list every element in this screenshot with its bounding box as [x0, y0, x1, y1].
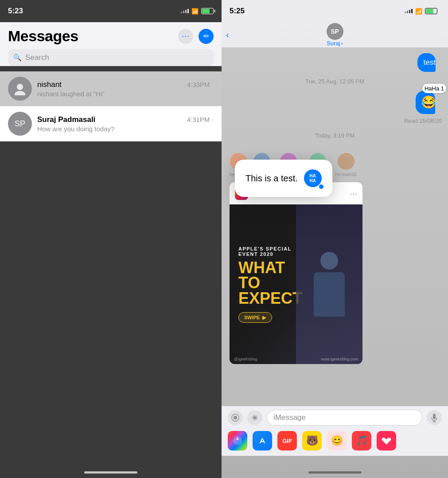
right-nav-bar: ‹ SP Suraj ›	[222, 22, 448, 48]
right-battery-fill	[426, 9, 433, 13]
left-status-bar: 5:23 📶	[0, 0, 222, 22]
conversation-item-suraj[interactable]: SP Suraj Padmasali 4:31PM › How are you …	[0, 106, 222, 141]
ig-event-label: Apple's Special Event 2020	[238, 246, 294, 257]
bubble-emoji: 😂	[416, 91, 435, 114]
haha-badge: HA HA	[304, 169, 322, 187]
conv-name-row-nishant: nishant 4:33PM ›	[37, 80, 214, 89]
ig-watermark: @igeeksblog	[234, 357, 257, 361]
ig-person-area	[296, 204, 362, 364]
conv-preview-suraj: How are you doing today?	[37, 125, 214, 133]
imessage-popup: This is a test. HA HA	[235, 160, 332, 197]
right-battery-icon	[425, 8, 437, 14]
back-chevron-icon: ‹	[226, 30, 229, 40]
conv-time-suraj: 4:31PM ›	[187, 116, 214, 123]
search-icon: 🔍	[13, 54, 22, 62]
svg-rect-4	[433, 414, 436, 419]
ig-post-card: iG igeeksblog ··· Apple's Special Event …	[230, 182, 362, 364]
timestamp-aug25: Tue, 25 Aug, 12:05 PM	[228, 78, 442, 85]
back-button[interactable]: ‹	[226, 30, 229, 40]
gif-app-icon[interactable]: GIF	[277, 431, 297, 451]
ig-post-image: Apple's Special Event 2020 WHAT TO EXPEC…	[230, 204, 362, 364]
more-options-button[interactable]: ···	[178, 29, 193, 44]
left-time: 5:23	[8, 7, 23, 16]
conv-name-suraj: Suraj Padmasali	[37, 115, 95, 124]
chevron-icon-nishant: ›	[211, 81, 214, 88]
conv-name-nishant: nishant	[37, 80, 62, 89]
svg-point-0	[17, 84, 23, 90]
right-nav: 5:25 📶 ‹ SP	[222, 0, 448, 48]
avatar-suraj: SP	[8, 112, 32, 136]
wifi-icon: 📶	[191, 8, 199, 15]
conversation-item-nishant[interactable]: nishant 4:33PM › nishant laughed at "Hi"	[0, 71, 222, 106]
battery-icon	[201, 8, 214, 14]
share-avatar-5: mr.man92	[335, 153, 357, 177]
photos-app-icon[interactable]	[228, 431, 247, 451]
imessage-placeholder: iMessage	[273, 413, 306, 422]
compose-button[interactable]: ✏	[199, 29, 214, 44]
ig-more-icon: ···	[350, 188, 357, 199]
chevron-icon-suraj: ›	[211, 116, 214, 123]
messages-title: Messages	[8, 27, 78, 45]
appstore-button[interactable]	[247, 410, 262, 425]
right-signal-icon	[405, 9, 413, 13]
music-app-icon[interactable]: 🎵	[352, 431, 371, 451]
input-area: iMessage	[222, 406, 448, 456]
nav-avatar: SP	[327, 23, 343, 40]
audio-button[interactable]	[427, 410, 442, 425]
right-status-icons: 📶	[405, 8, 440, 15]
search-bar[interactable]: 🔍 Search	[8, 49, 214, 66]
right-status-bar: 5:25 📶	[222, 0, 448, 22]
nav-contact[interactable]: SP Suraj ›	[327, 23, 343, 47]
conv-info-nishant: nishant 4:33PM › nishant laughed at "Hi"	[37, 80, 214, 98]
right-panel: 5:25 📶 ‹ SP	[222, 0, 448, 478]
left-home-indicator	[84, 471, 137, 474]
conv-time-nishant: 4:33PM ›	[187, 81, 214, 88]
bubble-test: test	[417, 53, 436, 72]
left-panel: 5:23 📶 Messages ··· ✏	[0, 0, 222, 478]
timestamp-today: Today, 3:19 PM	[228, 132, 442, 139]
svg-point-3	[234, 416, 237, 419]
messages-title-row: Messages ··· ✏	[8, 27, 214, 49]
header-icons: ··· ✏	[178, 29, 214, 44]
compose-icon: ✏	[203, 32, 209, 40]
memoji-app-icon[interactable]: 😊	[327, 431, 347, 451]
right-home-indicator	[308, 471, 362, 474]
conv-name-row-suraj: Suraj Padmasali 4:31PM ›	[37, 115, 214, 124]
conv-info-suraj: Suraj Padmasali 4:31PM › How are you doi…	[37, 115, 214, 133]
haha-wrapper: HA HA	[304, 169, 322, 187]
ig-url: www.igeeksblog.com	[321, 357, 358, 361]
popup-message-text: This is a test.	[245, 173, 298, 184]
ig-headline: WHAT TO EXPECT	[238, 260, 294, 306]
imessage-input[interactable]: iMessage	[267, 410, 422, 426]
haha-dot	[319, 184, 323, 189]
left-status-icons: 📶	[181, 8, 214, 15]
sent-msg-emoji[interactable]: 😂 HaHa 1	[416, 91, 442, 114]
signal-icon	[181, 9, 189, 13]
sent-msg-test[interactable]: test	[417, 53, 442, 72]
search-placeholder: Search	[25, 53, 49, 62]
input-row: iMessage	[228, 410, 442, 426]
ig-swipe-btn[interactable]: SWIPE ▶	[238, 312, 272, 323]
right-wifi-icon: 📶	[415, 8, 422, 15]
appstore-app-icon[interactable]	[253, 431, 272, 451]
heart-app-icon[interactable]	[377, 431, 396, 451]
app-icons-row: GIF 🐻 😊 🎵	[228, 429, 442, 452]
read-status: Read 25/08/20	[228, 118, 442, 124]
messages-header: Messages ··· ✏ 🔍 Search	[0, 22, 222, 66]
nav-name: Suraj ›	[327, 40, 343, 47]
dots-icon: ···	[182, 31, 190, 41]
conv-preview-nishant: nishant laughed at "Hi"	[37, 90, 214, 98]
battery-fill	[202, 9, 210, 13]
right-time: 5:25	[230, 7, 245, 16]
tapback-haha: HaHa 1	[422, 84, 446, 93]
svg-point-1	[15, 91, 25, 95]
chat-area: test Tue, 25 Aug, 12:05 PM 😂 HaHa 1 Read…	[222, 48, 448, 416]
animoji-app-icon[interactable]: 🐻	[302, 431, 322, 451]
camera-button[interactable]	[228, 410, 243, 425]
nav-chevron-icon: ›	[341, 40, 343, 47]
avatar-nishant	[8, 77, 32, 101]
